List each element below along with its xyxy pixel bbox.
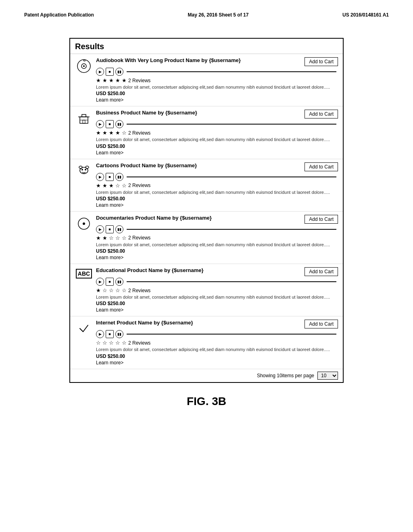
progress-bar bbox=[127, 281, 336, 282]
icon-container-cartoons bbox=[75, 164, 93, 180]
pause-button[interactable]: ▮▮ bbox=[115, 225, 123, 233]
reviews-count-internet: 2 Reviews bbox=[128, 340, 150, 346]
product-name-documentaries: Documentaries Product Name by {$username… bbox=[96, 215, 212, 221]
reviews-count-documentaries: 2 Reviews bbox=[128, 235, 150, 241]
product-top-row: Internet Product Name by {$username} Add… bbox=[75, 320, 338, 365]
progress-bar bbox=[127, 334, 336, 335]
stop-button[interactable]: ■ bbox=[106, 68, 114, 76]
page: Patent Application Publication May 26, 2… bbox=[0, 0, 413, 532]
product-top-row: Audiobook With Very Long Product Name by… bbox=[75, 57, 338, 103]
svg-point-12 bbox=[85, 169, 86, 170]
pause-button[interactable]: ▮▮ bbox=[115, 330, 123, 338]
product-name-audiobook: Audiobook With Very Long Product Name by… bbox=[96, 57, 241, 63]
description-documentaries: Lorem ipsum dolor sit amet, consectetuer… bbox=[96, 242, 338, 247]
product-item-business: Business Product Name by {$username} Add… bbox=[70, 106, 343, 159]
star-filled: ★ bbox=[102, 130, 107, 136]
learn-more-documentaries[interactable]: Learn more> bbox=[96, 255, 338, 260]
icon-container-business bbox=[75, 111, 93, 127]
stop-button[interactable]: ■ bbox=[106, 225, 114, 233]
product-main-educational: Educational Product Name by {$username} … bbox=[96, 267, 338, 313]
stars-row-cartoons: ★★★☆☆ 2 Reviews bbox=[96, 183, 338, 189]
reviews-count-business: 2 Reviews bbox=[128, 130, 150, 136]
product-name-row: Cartoons Product Name by {$username} Add… bbox=[96, 162, 338, 171]
product-top-row: Cartoons Product Name by {$username} Add… bbox=[75, 162, 338, 208]
learn-more-cartoons[interactable]: Learn more> bbox=[96, 202, 338, 208]
audio-controls: ▶ ■ ▮▮ bbox=[96, 173, 338, 181]
add-to-cart-internet[interactable]: Add to Cart bbox=[305, 320, 338, 328]
icon-container-internet bbox=[75, 321, 93, 337]
stop-button[interactable]: ■ bbox=[106, 120, 114, 128]
patent-center: May 26, 2016 Sheet 5 of 17 bbox=[188, 12, 249, 18]
star-empty: ☆ bbox=[109, 235, 114, 241]
stop-button[interactable]: ■ bbox=[106, 173, 114, 181]
play-button[interactable]: ▶ bbox=[96, 173, 104, 181]
product-icon-documentaries bbox=[77, 216, 91, 232]
star-filled: ★ bbox=[102, 183, 107, 189]
star-empty: ☆ bbox=[122, 287, 127, 293]
add-to-cart-business[interactable]: Add to Cart bbox=[305, 110, 338, 118]
description-audiobook: Lorem ipsum dolor sit amet, consectetuer… bbox=[96, 84, 338, 90]
star-empty: ☆ bbox=[122, 130, 127, 136]
product-item-educational: ABC Educational Product Name by {$userna… bbox=[70, 264, 343, 316]
product-main-documentaries: Documentaries Product Name by {$username… bbox=[96, 215, 338, 260]
svg-rect-8 bbox=[83, 120, 85, 123]
learn-more-business[interactable]: Learn more> bbox=[96, 150, 338, 156]
learn-more-internet[interactable]: Learn more> bbox=[96, 360, 338, 366]
description-business: Lorem ipsum dolor sit amet, consectetuer… bbox=[96, 137, 338, 142]
add-to-cart-cartoons[interactable]: Add to Cart bbox=[305, 162, 338, 171]
products-list: Audiobook With Very Long Product Name by… bbox=[70, 54, 343, 369]
product-top-row: Documentaries Product Name by {$username… bbox=[75, 215, 338, 260]
add-to-cart-educational[interactable]: Add to Cart bbox=[305, 267, 338, 276]
pause-button[interactable]: ▮▮ bbox=[115, 68, 123, 76]
product-icon-audiobook bbox=[77, 59, 91, 75]
play-button[interactable]: ▶ bbox=[96, 330, 104, 338]
stop-button[interactable]: ■ bbox=[106, 278, 114, 286]
product-name-internet: Internet Product Name by {$username} bbox=[96, 320, 193, 326]
star-empty: ☆ bbox=[102, 340, 107, 346]
product-name-row: Internet Product Name by {$username} Add… bbox=[96, 320, 338, 328]
add-to-cart-documentaries[interactable]: Add to Cart bbox=[305, 215, 338, 224]
product-item-internet: Internet Product Name by {$username} Add… bbox=[70, 316, 343, 369]
reviews-count-audiobook: 2 Reviews bbox=[128, 78, 150, 83]
star-empty: ☆ bbox=[96, 340, 101, 346]
reviews-count-educational: 2 Reviews bbox=[128, 288, 150, 293]
patent-header: Patent Application Publication May 26, 2… bbox=[8, 8, 405, 22]
svg-point-11 bbox=[81, 169, 83, 170]
stop-button[interactable]: ■ bbox=[106, 330, 114, 338]
star-empty: ☆ bbox=[115, 340, 120, 346]
learn-more-audiobook[interactable]: Learn more> bbox=[96, 97, 338, 103]
svg-point-14 bbox=[86, 166, 89, 168]
play-button[interactable]: ▶ bbox=[96, 120, 104, 128]
price-educational: USD $250.00 bbox=[96, 301, 338, 306]
star-empty: ☆ bbox=[102, 287, 107, 293]
items-per-page-select[interactable]: 10 25 50 100 bbox=[317, 372, 338, 380]
fig-label: FIG. 3B bbox=[8, 395, 405, 408]
audio-controls: ▶ ■ ▮▮ bbox=[96, 278, 338, 286]
star-filled: ★ bbox=[102, 77, 107, 83]
pause-button[interactable]: ▮▮ bbox=[115, 278, 123, 286]
product-top-row: Business Product Name by {$username} Add… bbox=[75, 110, 338, 155]
svg-rect-6 bbox=[82, 114, 86, 117]
stars-row-educational: ★☆☆☆☆ 2 Reviews bbox=[96, 287, 338, 293]
learn-more-educational[interactable]: Learn more> bbox=[96, 307, 338, 313]
star-filled: ★ bbox=[96, 130, 101, 136]
pause-button[interactable]: ▮▮ bbox=[115, 120, 123, 128]
star-empty: ☆ bbox=[122, 183, 127, 189]
product-icon-business bbox=[77, 111, 91, 127]
play-button[interactable]: ▶ bbox=[96, 278, 104, 286]
product-item-documentaries: Documentaries Product Name by {$username… bbox=[70, 212, 343, 264]
price-cartoons: USD $250.00 bbox=[96, 196, 338, 202]
star-empty: ☆ bbox=[109, 340, 114, 346]
add-to-cart-audiobook[interactable]: Add to Cart bbox=[305, 57, 338, 66]
star-empty: ☆ bbox=[109, 287, 114, 293]
play-button[interactable]: ▶ bbox=[96, 225, 104, 233]
play-button[interactable]: ▶ bbox=[96, 68, 104, 76]
stars-row-business: ★★★★☆ 2 Reviews bbox=[96, 130, 338, 136]
icon-container-educational: ABC bbox=[75, 269, 93, 278]
reviews-count-cartoons: 2 Reviews bbox=[128, 183, 150, 188]
pause-button[interactable]: ▮▮ bbox=[115, 173, 123, 181]
product-main-business: Business Product Name by {$username} Add… bbox=[96, 110, 338, 155]
audio-controls: ▶ ■ ▮▮ bbox=[96, 68, 338, 76]
price-business: USD $250.00 bbox=[96, 143, 338, 149]
price-internet: USD $250.00 bbox=[96, 353, 338, 359]
